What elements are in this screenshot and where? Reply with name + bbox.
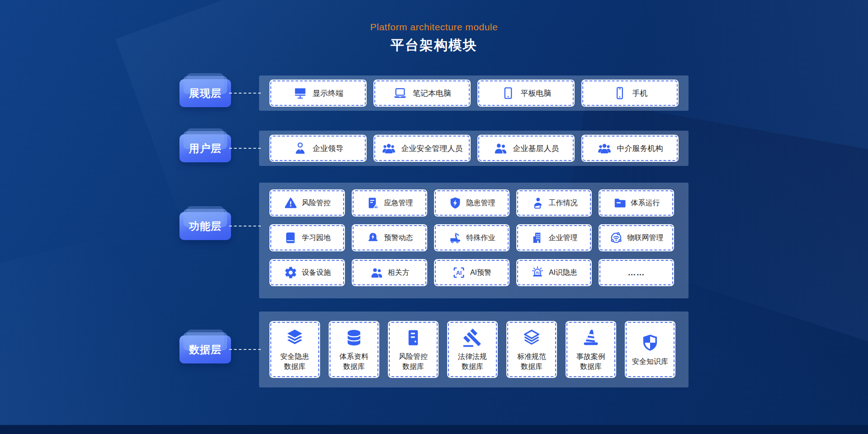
card-label: 企业基层人员 [513,143,559,154]
card-risk-control-database: 风险管控数据库 [389,322,438,377]
database-icon [344,328,364,348]
doc-alert-icon [366,196,380,210]
dashed-connector-line [229,226,261,226]
leader-icon [293,141,307,156]
iot-icon [609,231,623,245]
card-label: 企业管理 [549,233,578,243]
card-emergency-management: 应急管理 [353,190,426,216]
card-label-line: 数据库 [517,362,546,372]
card-label-line: 标准规范 [517,352,546,362]
card-work-status: 工作情况 [517,190,591,216]
siren-bolt-icon [366,231,380,245]
card-label: 物联网管理 [627,233,664,243]
card-label-line: 数据库 [458,362,487,372]
card-label: 企业安全管理人员 [401,143,463,154]
phone-icon [613,86,627,100]
related-party-icon [370,266,383,279]
card-label: 隐患管理 [467,198,495,208]
layer-panel-data: 安全隐患数据库体系资料数据库风险管控数据库法律法规数据库标准规范数据库事故案例数… [259,311,689,387]
ai-scan-icon: AI [452,266,466,279]
card-learning-garden: 学习园地 [270,225,344,250]
card-label: 学习园地 [302,233,331,243]
crane-truck-icon [448,231,462,245]
shield-quarters-icon [640,333,660,353]
laptop-icon [393,86,407,100]
warning-triangle-icon [284,196,297,210]
card-label-line: 体系资料 [340,352,368,362]
layer-data: 数据层安全隐患数据库体系资料数据库风险管控数据库法律法规数据库标准规范数据库事故… [179,311,689,387]
folder-icon [613,196,627,210]
agency-icon [597,141,612,156]
card-label-line: 事故案例 [576,352,605,362]
layer-label-text: 用户层 [189,142,222,156]
gear-icon [284,266,297,279]
card-label-line: 法律法规 [458,352,487,362]
layer-label-text: 功能层 [189,219,222,233]
card-ai-hazard-recognition: AiAI识隐患 [517,260,591,285]
card-display-terminal: 显示终端 [270,80,366,106]
card-system-operation: 体系运行 [599,190,673,216]
layer-label-data: 数据层 [179,335,231,363]
svg-text:Ai: Ai [536,270,540,275]
card-label: 设备设施 [302,268,331,278]
monitor-icon [293,86,307,100]
card-laws-regulations-database: 法律法规数据库 [448,322,497,377]
dashed-connector-line [229,93,261,94]
card-safety-hazard-database: 安全隐患数据库 [270,322,319,377]
worker-icon [531,196,544,210]
card-label: 笔记本电脑 [413,88,451,99]
card-label: 工作情况 [549,198,578,208]
server-icon [403,328,423,348]
card-label: 体系运行 [631,198,660,208]
card-enterprise-safety-manager: 企业安全管理人员 [374,136,470,161]
stack-layers-icon [285,328,305,348]
svg-text:AI: AI [456,270,462,276]
card-label-line: 安全隐患 [280,352,309,362]
layer-user: 用户层企业领导企业安全管理人员企业基层人员中介服务机构 [179,131,689,166]
card-label: 风险管控数据库 [399,352,428,371]
card-label: 法律法规数据库 [458,352,487,371]
layer-function: 功能层风险管控应急管理隐患管理工作情况体系运行学习园地预警动态特殊作业企业管理物… [179,183,689,298]
card-label: 预警动态 [384,233,413,243]
card-enterprise-leader: 企业领导 [270,136,366,161]
card-tablet-computer: 平板电脑 [478,80,574,106]
card-label: AI预警 [470,268,491,278]
layer-panel-function: 风险管控应急管理隐患管理工作情况体系运行学习园地预警动态特殊作业企业管理物联网管… [259,183,689,298]
card-label: 企业领导 [313,143,344,154]
dashed-connector-line [229,148,261,149]
layer-label-user: 用户层 [179,134,231,162]
layer-label-text: 展现层 [189,86,222,100]
bottom-edge-band [0,425,868,434]
safety-staff-icon [382,141,396,156]
cone-icon [581,328,601,348]
card-label-line: 风险管控 [399,352,428,362]
card-label-line: 安全知识库 [632,357,668,367]
card-special-operations: 特殊作业 [435,225,509,250]
card-laptop-computer: 笔记本电脑 [374,80,470,106]
card-label: 事故案例数据库 [576,352,605,371]
card-label: 安全隐患数据库 [280,352,309,371]
layer-panel-user: 企业领导企业安全管理人员企业基层人员中介服务机构 [259,131,689,166]
card-label-line: 数据库 [576,362,605,372]
grassroots-staff-icon [493,141,508,156]
card-label: …… [628,268,645,278]
card-label: 体系资料数据库 [340,352,368,371]
card-hazard-management: 隐患管理 [435,190,509,216]
card-label-line: 数据库 [280,362,309,372]
card-mobile-phone: 手机 [582,80,678,106]
card-label: 标准规范数据库 [517,352,546,371]
card-label: 中介服务机构 [617,143,663,154]
card-standards-database: 标准规范数据库 [507,322,556,377]
subtitle-english: Platform architecture module [0,22,868,33]
card-label: 特殊作业 [467,233,495,243]
card-label: 显示终端 [313,88,344,99]
card-label-line: 数据库 [399,362,428,372]
card-safety-knowledge-base: 安全知识库 [626,322,675,377]
card-ai-warning: AIAI预警 [435,260,509,285]
dashed-connector-line [229,349,261,350]
building-icon [531,231,544,245]
card-intermediary-agency: 中介服务机构 [582,136,678,161]
card-label: 平板电脑 [521,88,552,99]
layer-label-function: 功能层 [179,212,231,240]
book-icon [284,231,297,245]
